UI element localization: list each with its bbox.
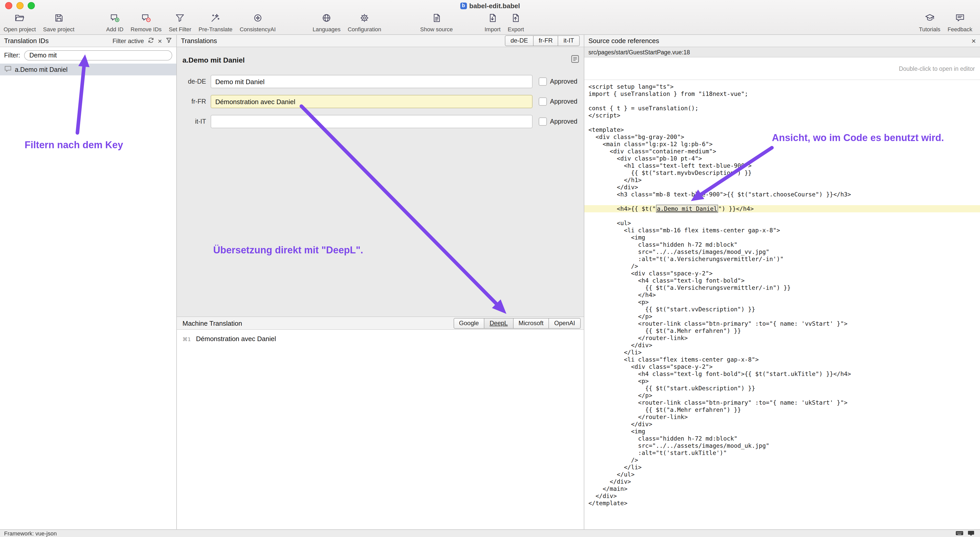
- translation-row-de-DE: de-DE Approved: [183, 75, 580, 88]
- save-project-icon: [54, 13, 64, 25]
- code-line: </h1>: [584, 177, 980, 183]
- clear-filter-icon[interactable]: ×: [158, 37, 162, 45]
- configuration-gear-icon: [359, 13, 369, 25]
- keyboard-icon[interactable]: [955, 529, 964, 537]
- approved-checkbox-de-DE[interactable]: [539, 77, 547, 86]
- code-line: <img: [584, 428, 980, 435]
- tab-de-DE[interactable]: de-DE: [505, 35, 534, 46]
- remove-ids-button[interactable]: Remove IDs: [127, 12, 165, 33]
- framework-status-label: Framework: vue-json: [4, 530, 57, 537]
- provider-openai-button[interactable]: OpenAI: [549, 318, 581, 328]
- pre-translate-button[interactable]: Pre-Translate: [195, 12, 236, 33]
- consistency-ai-button[interactable]: ConsistencyAI: [236, 12, 279, 33]
- translation-id-item[interactable]: a.Demo mit Daniel: [0, 64, 176, 75]
- languages-globe-icon: [321, 13, 332, 25]
- code-line: </li>: [584, 464, 980, 471]
- window-title: b babel-edit.babel: [0, 0, 980, 11]
- toolbar-label: Configuration: [348, 26, 381, 32]
- status-bar: Framework: vue-json: [0, 529, 980, 537]
- code-line: [584, 212, 980, 220]
- code-line: {{ $t("start.myvbvDescription") }}: [584, 169, 980, 177]
- filter-row: Filter:: [0, 47, 176, 64]
- zoom-window-button[interactable]: [28, 2, 35, 9]
- provider-microsoft-button[interactable]: Microsoft: [513, 318, 549, 328]
- tab-fr-FR[interactable]: fr-FR: [534, 35, 558, 46]
- approved-label: Approved: [550, 98, 580, 105]
- minimize-window-button[interactable]: [16, 2, 24, 9]
- code-line: const { t } = useTranslation();: [584, 105, 980, 112]
- code-line: <p>: [584, 298, 980, 306]
- filter-funnel-icon[interactable]: [165, 37, 172, 45]
- code-line: {{ $t("a.Mehr erfahren") }}: [584, 406, 980, 413]
- translation-rows: de-DE Approved fr-FR Approved it-IT: [183, 75, 580, 128]
- code-line: src="../../assets/images/mood_uk.jpg": [584, 442, 980, 449]
- approved-checkbox-it-IT[interactable]: [539, 118, 547, 126]
- row-language-label: de-DE: [183, 78, 206, 85]
- highlighted-code-line: <h4>{{ $t("a.Demo mit Daniel") }}</h4>: [584, 205, 980, 212]
- translation-input-fr-FR[interactable]: [211, 95, 533, 108]
- window-title-text: babel-edit.babel: [469, 2, 520, 10]
- translation-input-it-IT[interactable]: [211, 115, 533, 128]
- filter-input[interactable]: [24, 50, 172, 61]
- code-line: <div class="bg-gray-200">: [584, 133, 980, 140]
- code-line: <main class="lg:px-12 lg:pb-6">: [584, 140, 980, 148]
- remove-ids-icon: [141, 13, 151, 25]
- display-icon[interactable]: [967, 529, 975, 537]
- toolbar-label: Languages: [313, 26, 340, 32]
- toolbar: Open project Save project Add ID Remove …: [0, 11, 980, 35]
- code-line: {{ $t("a.Versicherungsvermittler/-in") }…: [584, 284, 980, 291]
- close-window-button[interactable]: [5, 2, 12, 9]
- provider-deepl-button[interactable]: DeepL: [484, 318, 513, 328]
- translation-row-fr-FR: fr-FR Approved: [183, 95, 580, 108]
- code-line: </div>: [584, 492, 980, 500]
- code-line: <p>: [584, 378, 980, 385]
- code-line: />: [584, 456, 980, 464]
- mt-suggestion-text: Démonstration avec Daniel: [196, 335, 276, 343]
- code-line: <div class="pb-10 pt-4">: [584, 155, 980, 162]
- machine-translation-title: Machine Translation: [183, 319, 242, 327]
- app-icon: b: [460, 2, 467, 9]
- code-line: </main>: [584, 485, 980, 492]
- code-line: </ul>: [584, 471, 980, 478]
- show-source-button[interactable]: Show source: [417, 12, 457, 33]
- comment-note-icon[interactable]: [571, 54, 580, 66]
- code-line: <script setup lang="ts">: [584, 83, 980, 90]
- code-line: <ul>: [584, 220, 980, 227]
- feedback-button[interactable]: Feedback: [944, 12, 976, 33]
- entry-title: a.Demo mit Daniel: [183, 56, 245, 64]
- code-line: <h3 class="mb-8 text-blue-900">{{ $t("st…: [584, 191, 980, 198]
- export-button[interactable]: Export: [504, 12, 528, 33]
- code-line: {{ $t("a.Mehr erfahren") }}: [584, 327, 980, 335]
- code-line: <div class="space-y-2">: [584, 270, 980, 277]
- translations-header: Translations de-DE fr-FR it-IT: [177, 35, 584, 47]
- panel-title: Translations: [181, 37, 217, 45]
- languages-button[interactable]: Languages: [309, 12, 344, 33]
- import-icon: [487, 13, 498, 25]
- code-line: class="hidden h-72 md:block": [584, 435, 980, 442]
- highlighted-translation-key[interactable]: a.Demo mit Daniel: [656, 205, 718, 213]
- open-project-button[interactable]: Open project: [0, 12, 40, 33]
- provider-google-button[interactable]: Google: [453, 318, 484, 328]
- save-project-button[interactable]: Save project: [40, 12, 78, 33]
- tab-it-IT[interactable]: it-IT: [558, 35, 580, 46]
- close-panel-icon[interactable]: ×: [971, 37, 976, 45]
- toolbar-label: Pre-Translate: [199, 26, 232, 32]
- approved-checkbox-fr-FR[interactable]: [539, 97, 547, 106]
- source-file-reference[interactable]: src/pages/start/GuestStartPage.vue:18: [584, 47, 980, 57]
- main-area: Translation IDs Filter active × Filter: …: [0, 35, 980, 529]
- feedback-icon: [955, 13, 965, 25]
- configuration-button[interactable]: Configuration: [344, 12, 385, 33]
- translation-input-de-DE[interactable]: [211, 75, 533, 88]
- row-language-label: fr-FR: [183, 98, 206, 105]
- toolbar-label: Remove IDs: [131, 26, 162, 32]
- add-id-button[interactable]: Add ID: [102, 12, 127, 33]
- tutorials-button[interactable]: Tutorials: [915, 12, 944, 33]
- set-filter-button[interactable]: Set Filter: [165, 12, 195, 33]
- import-button[interactable]: Import: [481, 12, 504, 33]
- mt-suggestion-row[interactable]: ⌘1 Démonstration avec Daniel: [183, 335, 580, 343]
- refresh-filter-icon[interactable]: [148, 37, 154, 45]
- filter-active-label: Filter active: [113, 37, 144, 45]
- translations-panel: Translations de-DE fr-FR it-IT a.Demo mi…: [177, 35, 584, 529]
- code-line: <h4 class="text-lg font-bold">{{ $t("sta…: [584, 370, 980, 378]
- code-line: </template>: [584, 500, 980, 507]
